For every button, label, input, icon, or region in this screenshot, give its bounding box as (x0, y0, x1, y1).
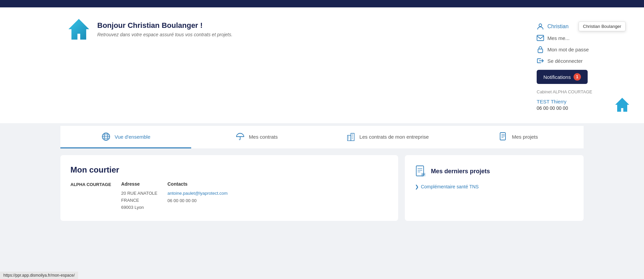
header-text: Bonjour Christian Boulanger ! Retrouvez … (97, 21, 232, 37)
courtier-table: ALPHA COURTAGE Adresse 20 RUE ANATOLE FR… (70, 181, 388, 211)
tabs-row: Vue d'ensemble Mes contrats (60, 126, 584, 148)
courtier-contacts-label: Contacts (167, 181, 227, 187)
courtier-company: ALPHA COURTAGE (70, 181, 111, 188)
agent-house-icon (614, 96, 631, 113)
courtier-contacts-col: Contacts antoine.paulet@lyaprotect.com 0… (167, 181, 227, 211)
user-tooltip: Christian Boulanger (579, 21, 626, 31)
user-profile-link[interactable]: Christian Christian Boulanger (537, 21, 569, 32)
tab-mes-projets-label: Mes projets (512, 134, 538, 140)
umbrella-icon (235, 132, 245, 141)
cabinet-label: Cabinet ALPHA COURTAGE (537, 89, 592, 94)
svg-rect-21 (500, 133, 505, 140)
header-left: Bonjour Christian Boulanger ! Retrouvez … (67, 17, 537, 41)
projet-item-sante-tns[interactable]: Complémentaire santé TNS (415, 184, 574, 189)
svg-rect-29 (421, 173, 426, 177)
house-icon-large (67, 17, 91, 41)
projets-document-icon (415, 165, 427, 177)
greeting-title: Bonjour Christian Boulanger ! (97, 21, 232, 30)
courtier-address-label: Adresse (121, 181, 157, 187)
greeting-subtitle: Retrouvez dans votre espace assuré tous … (97, 32, 232, 37)
courtier-address-line1: 20 RUE ANATOLE (121, 190, 157, 197)
courtier-email[interactable]: antoine.paulet@lyaprotect.com (167, 191, 227, 196)
courtier-phone: 06 00 00 00 00 (167, 197, 227, 204)
tabs-section: Vue d'ensemble Mes contrats (0, 126, 644, 148)
svg-rect-3 (537, 35, 544, 41)
document-icon (498, 132, 508, 141)
notifications-button[interactable]: Notifications 1 (537, 70, 588, 84)
agent-phone: 06 00 00 00 00 (537, 105, 568, 111)
status-bar: https://ppr.app.dismoilya.fr/mon-espace/ (0, 272, 78, 279)
logout-link[interactable]: Se déconnecter (537, 55, 583, 66)
notifications-badge: 1 (574, 73, 581, 81)
tab-contrats-entreprise-label: Les contrats de mon entreprise (360, 134, 429, 140)
tab-vue-ensemble-label: Vue d'ensemble (115, 134, 151, 140)
tab-contrats-entreprise[interactable]: Les contrats de mon entreprise (322, 126, 453, 148)
main-content: Mon courtier ALPHA COURTAGE Adresse 20 R… (0, 148, 644, 228)
header-section: Bonjour Christian Boulanger ! Retrouvez … (0, 7, 644, 123)
logout-icon (537, 57, 544, 64)
tab-mes-contrats-label: Mes contrats (249, 134, 278, 140)
logout-label: Se déconnecter (547, 58, 583, 64)
agent-details: TEST Thierry 06 00 00 00 00 (537, 99, 568, 111)
svg-marker-5 (615, 98, 629, 112)
building-icon (346, 132, 356, 141)
projets-title: Mes derniers projets (431, 168, 490, 175)
courtier-company-col: ALPHA COURTAGE (70, 181, 111, 211)
messages-link[interactable]: Mes me... (537, 32, 570, 44)
lock-icon (537, 46, 544, 53)
svg-marker-1 (68, 19, 89, 39)
svg-point-2 (539, 24, 542, 27)
courtier-title: Mon courtier (70, 165, 388, 175)
messages-label: Mes me... (547, 35, 570, 41)
notifications-label: Notifications (543, 74, 571, 80)
password-link[interactable]: Mon mot de passe (537, 44, 589, 55)
tab-mes-projets[interactable]: Mes projets (453, 126, 584, 148)
courtier-address-line2: FRANCE (121, 197, 157, 204)
envelope-icon (537, 34, 544, 42)
password-label: Mon mot de passe (547, 47, 589, 52)
status-url: https://ppr.app.dismoilya.fr/mon-espace/ (3, 273, 75, 278)
courtier-address-col: Adresse 20 RUE ANATOLE FRANCE 69003 Lyon (121, 181, 157, 211)
user-name-label: Christian (547, 24, 569, 30)
svg-rect-12 (347, 135, 351, 141)
projets-header: Mes derniers projets (415, 165, 574, 177)
courtier-card: Mon courtier ALPHA COURTAGE Adresse 20 R… (60, 155, 398, 221)
agent-name: TEST Thierry (537, 99, 568, 104)
tab-mes-contrats[interactable]: Mes contrats (191, 126, 322, 148)
globe-icon (101, 132, 111, 141)
top-navigation-bar (0, 0, 644, 7)
tab-vue-ensemble[interactable]: Vue d'ensemble (60, 126, 191, 148)
user-icon (537, 23, 544, 30)
courtier-address-city: 69003 Lyon (121, 204, 157, 211)
header-right: Christian Christian Boulanger Mes me... (537, 17, 631, 113)
agent-info: TEST Thierry 06 00 00 00 00 (537, 96, 631, 113)
projets-card: Mes derniers projets Complémentaire sant… (405, 155, 584, 221)
svg-rect-4 (538, 49, 543, 53)
